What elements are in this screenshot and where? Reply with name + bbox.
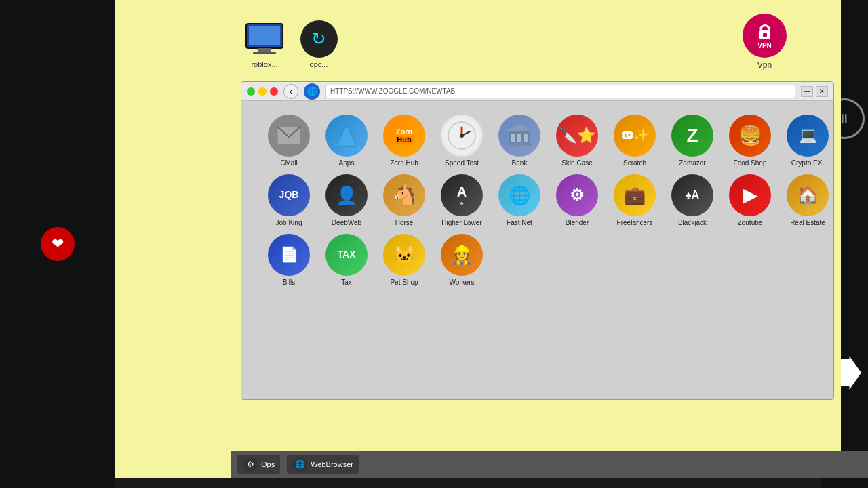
app-icon-blackjack: ♠A	[671, 174, 713, 216]
desktop: roblox... ↻ opc... VPN Vpn	[115, 0, 841, 478]
minimize-button[interactable]	[258, 87, 267, 96]
app-item-jobking[interactable]: JQBJob King	[262, 174, 316, 227]
app-icon-bank	[498, 115, 540, 157]
maximize-button[interactable]	[247, 87, 255, 96]
browser-window: ‹ 🌐 HTTPS://WWW.ZOOGLE.COM/NEWTAB — ✕ CM…	[241, 81, 834, 400]
app-icon-jobking: JQB	[268, 174, 310, 216]
app-icon-zamazor: Z	[671, 115, 713, 157]
app-item-blackjack[interactable]: ♠ABlackjack	[665, 174, 719, 227]
app-label-cmail: CMail	[280, 159, 298, 167]
svg-marker-7	[336, 125, 357, 146]
app-item-zoutube[interactable]: ▶Zoutube	[723, 174, 777, 227]
app-icon-bills: 📄	[268, 234, 310, 276]
app-label-skincase: Skin Case	[561, 159, 593, 167]
app-icon-realestate: 🏠	[787, 174, 829, 216]
svg-rect-5	[763, 33, 767, 37]
app-item-workers[interactable]: 👷Workers	[435, 234, 489, 287]
app-item-fastnet[interactable]: 🌐Fast Net	[492, 174, 547, 227]
app-item-zamazor[interactable]: ZZamazor	[665, 115, 719, 167]
webbrowser-icon: 🌐	[292, 457, 307, 472]
app-item-bank[interactable]: Bank	[492, 115, 547, 167]
desktop-icon-refresh[interactable]: ↻ opc...	[298, 20, 339, 68]
desktop-icon-monitor[interactable]: roblox...	[244, 20, 285, 68]
app-item-cryptoex[interactable]: 💻Crypto EX.	[781, 115, 833, 167]
svg-rect-14	[524, 134, 528, 142]
app-label-workers: Workers	[449, 279, 474, 287]
svg-rect-15	[507, 143, 532, 146]
app-label-deepweb: DeebWeb	[332, 219, 361, 227]
svg-rect-3	[253, 52, 276, 54]
app-item-bills[interactable]: 📄Bills	[262, 234, 316, 287]
url-text: HTTPS://WWW.ZOOGLE.COM/NEWTAB	[330, 87, 455, 95]
app-label-zornhub: Zorn Hub	[390, 159, 418, 167]
browser-content: CMailAppsZornHubZorn HubSpeed TestBank🔪⭐…	[241, 101, 833, 399]
svg-rect-1	[249, 26, 280, 45]
app-label-foodshop: Food Shop	[734, 159, 767, 167]
svg-marker-11	[506, 124, 533, 131]
app-icon-petshop: 🐱	[383, 234, 425, 276]
app-label-blackjack: Blackjack	[678, 219, 707, 227]
app-label-speedtest: Speed Test	[445, 159, 479, 167]
svg-rect-12	[511, 134, 515, 142]
vpn-icon[interactable]: VPN Vpn	[743, 14, 787, 70]
app-item-cmail[interactable]: CMail	[262, 115, 316, 167]
back-button[interactable]: ‹	[283, 84, 298, 99]
app-icon-workers: 👷	[441, 234, 483, 276]
svg-rect-13	[517, 134, 521, 142]
app-item-zornhub[interactable]: ZornHubZorn Hub	[377, 115, 431, 167]
taskbar-item-webbrowser[interactable]: 🌐 WebBrowser	[287, 455, 359, 474]
app-item-realestate[interactable]: 🏠Real Estate	[781, 174, 833, 227]
app-icon-horse: 🐴	[383, 174, 425, 216]
app-item-horse[interactable]: 🐴Horse	[377, 174, 431, 227]
taskbar-item-ops[interactable]: ⚙ Ops	[237, 455, 280, 474]
app-item-scratch[interactable]: 🎟✨Scratch	[608, 115, 662, 167]
app-item-higherlower[interactable]: A♠Higher Lower	[435, 174, 489, 227]
app-label-horse: Horse	[395, 219, 414, 227]
traffic-lights	[247, 87, 278, 96]
left-sidebar: ❤	[0, 0, 115, 488]
app-item-blender[interactable]: ⚙Blender	[550, 174, 604, 227]
app-icon-deepweb: 👤	[326, 174, 368, 216]
app-label-cryptoex: Crypto EX.	[791, 159, 824, 167]
app-icon-higherlower: A♠	[441, 174, 483, 216]
browser-window-controls: — ✕	[801, 86, 828, 97]
app-item-apps[interactable]: Apps	[319, 115, 374, 167]
app-label-realestate: Real Estate	[790, 219, 825, 227]
app-item-petshop[interactable]: 🐱Pet Shop	[377, 234, 431, 287]
app-icon-cryptoex: 💻	[787, 115, 829, 157]
app-icon-speedtest	[441, 115, 483, 157]
app-icon-foodshop: 🍔	[729, 115, 771, 157]
app-item-deepweb[interactable]: 👤DeebWeb	[319, 174, 374, 227]
browser-minimize-button[interactable]: —	[801, 86, 813, 97]
taskbar-webbrowser-label: WebBrowser	[311, 460, 353, 468]
app-label-tax: Tax	[341, 279, 352, 287]
app-label-scratch: Scratch	[623, 159, 646, 167]
app-item-speedtest[interactable]: Speed Test	[435, 115, 489, 167]
app-icon-cmail	[268, 115, 310, 157]
app-label-jobking: Job King	[276, 219, 302, 227]
heart-icon: ❤	[41, 227, 75, 261]
url-bar[interactable]: HTTPS://WWW.ZOOGLE.COM/NEWTAB	[326, 85, 795, 98]
app-label-apps: Apps	[339, 159, 355, 167]
browser-close-button[interactable]: ✕	[816, 86, 828, 97]
app-icon-apps	[326, 115, 368, 157]
app-label-freelancers: Freelancers	[617, 219, 653, 227]
vpn-text: VPN	[757, 42, 772, 49]
app-label-zamazor: Zamazor	[679, 159, 705, 167]
vpn-label: Vpn	[757, 60, 772, 70]
app-item-foodshop[interactable]: 🍔Food Shop	[723, 115, 777, 167]
app-label-blender: Blender	[566, 219, 589, 227]
app-item-freelancers[interactable]: 💼Freelancers	[608, 174, 662, 227]
ops-icon: ⚙	[243, 457, 258, 472]
desktop-icons-area: roblox... ↻ opc...	[244, 20, 339, 68]
app-item-tax[interactable]: TAXTax	[319, 234, 374, 287]
browser-titlebar: ‹ 🌐 HTTPS://WWW.ZOOGLE.COM/NEWTAB — ✕	[241, 82, 833, 101]
app-icon-scratch: 🎟✨	[614, 115, 656, 157]
app-item-skincase[interactable]: 🔪⭐Skin Case	[550, 115, 604, 167]
app-icon-fastnet: 🌐	[498, 174, 540, 216]
app-label-bills: Bills	[283, 279, 295, 287]
close-button-traffic[interactable]	[270, 87, 278, 96]
desktop-icon-refresh-label: opc...	[310, 60, 328, 68]
app-label-higherlower: Higher Lower	[441, 219, 481, 227]
app-icon-zoutube: ▶	[729, 174, 771, 216]
